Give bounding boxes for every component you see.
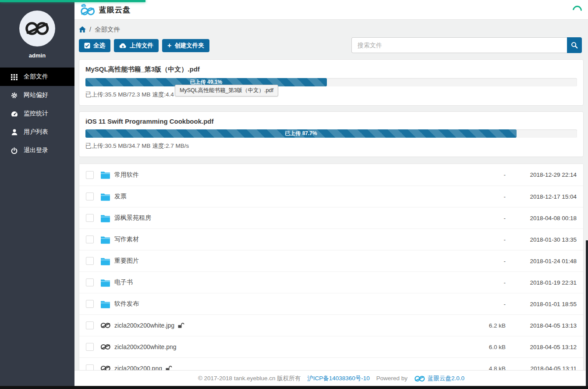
home-icon[interactable] [79, 26, 86, 32]
background-window-edge [586, 240, 588, 386]
file-size: - [457, 279, 506, 286]
file-date: 2018-01-19 22:31 [506, 279, 577, 286]
folder-icon [100, 300, 112, 308]
file-size: - [457, 171, 506, 178]
file-size: - [457, 258, 506, 264]
folder-icon [100, 278, 112, 287]
footer-brand-link[interactable]: 蓝眼云盘2.0.0 [414, 375, 464, 382]
row-checkbox[interactable] [86, 193, 94, 200]
sidebar-item-label: 监控统计 [24, 110, 48, 118]
dashboard-icon [11, 111, 18, 117]
sidebar-item-label: 退出登录 [24, 146, 48, 154]
create-folder-label: 创建文件夹 [174, 42, 204, 50]
file-row[interactable]: 重要图片 - 2018-01-24 01:48 [79, 250, 583, 271]
sidebar-menu: 全部文件 网站偏好 监控统计 用户列表 退出登录 [0, 68, 74, 160]
file-row[interactable]: 电子书 - 2018-01-19 22:31 [79, 271, 583, 293]
background-window-bottom [0, 386, 588, 389]
grid-icon [11, 74, 18, 80]
upload-filename: MySQL高性能书籍_第3版（中文）.pdf [85, 65, 577, 74]
power-icon [11, 147, 18, 154]
row-checkbox[interactable] [86, 236, 94, 243]
file-row[interactable]: 常用软件 - 2018-12-29 22:14 [79, 164, 583, 186]
file-name[interactable]: 写作素材 [114, 236, 139, 243]
filename-tooltip: MySQL高性能书籍_第3版（中文）.pdf [175, 85, 278, 96]
gear-icon [11, 92, 18, 99]
file-name[interactable]: 发票 [114, 193, 127, 200]
footer-brand-label: 蓝眼云盘2.0.0 [428, 375, 464, 382]
file-name[interactable]: zicla200x200white.jpg [114, 322, 174, 329]
breadcrumb: / 全部文件 [79, 21, 584, 37]
upload-file-button[interactable]: 上传文件 [114, 39, 159, 52]
search-group [351, 37, 582, 53]
row-checkbox[interactable] [86, 171, 94, 179]
file-row[interactable]: 源枫景苑租房 - 2018-04-08 00:18 [79, 207, 583, 228]
folder-icon [100, 171, 112, 179]
main-content: / 全部文件 全选 上传文件 + 创建文件夹 [74, 20, 588, 389]
file-name[interactable]: 电子书 [114, 278, 133, 286]
sidebar-item-all-files[interactable]: 全部文件 [0, 68, 74, 86]
file-date: 2018-01-30 13:35 [506, 236, 577, 243]
file-date: 2018-04-08 00:18 [506, 215, 577, 221]
cloud-upload-icon [119, 43, 127, 48]
folder-icon [100, 214, 112, 222]
breadcrumb-separator: / [89, 26, 91, 33]
file-date: 2018-12-17 15:04 [506, 193, 577, 200]
row-checkbox[interactable] [86, 278, 94, 286]
file-size: 6.2 kB [457, 322, 506, 329]
check-square-icon [84, 43, 90, 49]
sidebar-item-user-list[interactable]: 用户列表 [0, 123, 74, 141]
select-all-button[interactable]: 全选 [79, 39, 110, 52]
file-logo-icon [100, 322, 112, 328]
copyright-text: © 2017-2018 tank.eyeblue.cn 版权所有 [198, 375, 301, 382]
row-checkbox[interactable] [86, 343, 94, 351]
upload-card: iOS 11 Swift Programming Cookbook.pdf 已上… [79, 111, 584, 157]
username: admin [0, 52, 74, 59]
sidebar: admin 全部文件 网站偏好 监控统计 用户列表 [0, 0, 74, 389]
file-name[interactable]: 软件发布 [114, 300, 139, 308]
sidebar-item-site-preferences[interactable]: 网站偏好 [0, 86, 74, 104]
breadcrumb-current[interactable]: 全部文件 [95, 25, 120, 34]
user-icon [11, 129, 18, 136]
file-row[interactable]: zicla200x200white.png 6.0 kB 2018-04-05 … [79, 336, 583, 357]
file-size: - [457, 215, 506, 221]
folder-icon [100, 193, 112, 201]
file-date: 2018-01-24 01:48 [506, 258, 577, 264]
create-folder-button[interactable]: + 创建文件夹 [162, 39, 209, 52]
file-row[interactable]: 写作素材 - 2018-01-30 13:35 [79, 228, 583, 250]
file-name[interactable]: 源枫景苑租房 [114, 214, 151, 222]
upload-stats: 已上传:35.5 MB/72.3 MB 速度:4.4 MB/s [85, 91, 577, 99]
brand-logo-icon[interactable] [79, 4, 95, 16]
sidebar-item-label: 用户列表 [24, 128, 48, 136]
file-date: 2018-04-05 13:12 [506, 344, 577, 350]
unlock-icon [178, 323, 184, 328]
file-row[interactable]: 发票 - 2018-12-17 15:04 [79, 186, 583, 207]
file-date: 2018-01-01 18:55 [506, 301, 577, 307]
page-loading-bar [0, 0, 145, 2]
file-name[interactable]: 常用软件 [114, 171, 139, 179]
search-button[interactable] [567, 37, 582, 53]
upload-stats: 已上传:30.5 MB/34.7 MB 速度:2.7 MB/s [85, 142, 577, 150]
sidebar-item-label: 全部文件 [24, 73, 48, 81]
file-name[interactable]: zicla200x200white.png [114, 343, 177, 350]
sidebar-item-logout[interactable]: 退出登录 [0, 141, 74, 160]
file-size: - [457, 193, 506, 200]
row-checkbox[interactable] [86, 214, 94, 222]
icp-link[interactable]: 沪ICP备14038360号-10 [307, 375, 370, 382]
row-checkbox[interactable] [86, 321, 94, 329]
avatar[interactable] [19, 11, 55, 46]
file-name[interactable]: 重要图片 [114, 257, 139, 265]
plus-icon: + [167, 42, 171, 49]
avatar-wrap [0, 0, 74, 46]
progress-label: 已上传 49.1% [190, 79, 222, 85]
file-row[interactable]: 软件发布 - 2018-01-01 18:55 [79, 293, 583, 314]
sidebar-item-label: 网站偏好 [24, 91, 48, 99]
folder-icon [100, 236, 112, 244]
search-input[interactable] [351, 37, 567, 53]
file-size: - [457, 236, 506, 243]
header: 蓝眼云盘 [74, 0, 588, 20]
row-checkbox[interactable] [86, 300, 94, 308]
app-title: 蓝眼云盘 [99, 5, 131, 15]
sidebar-item-monitoring-stats[interactable]: 监控统计 [0, 104, 74, 123]
row-checkbox[interactable] [86, 257, 94, 265]
file-row[interactable]: zicla200x200white.jpg 6.2 kB 2018-04-05 … [79, 314, 583, 336]
